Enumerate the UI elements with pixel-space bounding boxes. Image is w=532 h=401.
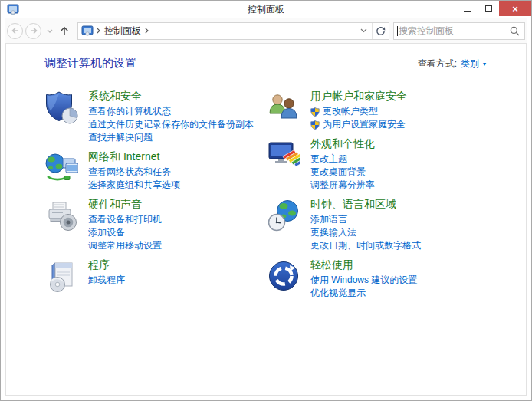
category-clock-language-region: 时钟、语言和区域 添加语言 更换输入法 更改日期、时间或数字格式	[267, 197, 518, 252]
user-accounts-icon[interactable]	[267, 90, 300, 124]
clock-region-icon[interactable]	[267, 199, 300, 232]
link-uninstall-program[interactable]: 卸载程序	[88, 274, 125, 287]
breadcrumb: 控制面板	[78, 25, 355, 38]
breadcrumb-chevron-icon	[97, 28, 100, 34]
left-column: 系统和安全 查看你的计算机状态 通过文件历史记录保存你的文件备份副本 查找并解决…	[44, 89, 267, 305]
main-content: 调整计算机的设置 查看方式: 类别 ▾	[5, 43, 527, 396]
refresh-icon	[376, 26, 386, 36]
personalization-icon[interactable]	[267, 138, 300, 172]
chevron-down-icon	[47, 29, 53, 33]
link-label: 更改帐户类型	[323, 105, 378, 118]
link-network-status-tasks[interactable]: 查看网络状态和任务	[88, 166, 180, 179]
caption-buttons: ×	[456, 1, 531, 16]
view-by-label: 查看方式:	[418, 58, 457, 71]
titlebar: 控制面板 ×	[5, 1, 527, 18]
link-adjust-screen-resolution[interactable]: 调整屏幕分辨率	[310, 179, 375, 192]
refresh-button[interactable]	[372, 23, 389, 39]
category-grid: 系统和安全 查看你的计算机状态 通过文件历史记录保存你的文件备份副本 查找并解决…	[6, 71, 526, 305]
category-title-clock-language-region[interactable]: 时钟、语言和区域	[310, 197, 421, 212]
back-arrow-icon	[10, 25, 21, 36]
forward-button[interactable]	[25, 23, 41, 39]
link-mobility-settings[interactable]: 调整常用移动设置	[88, 239, 162, 252]
breadcrumb-item-control-panel[interactable]: 控制面板	[103, 25, 142, 38]
printer-speaker-icon[interactable]	[44, 199, 78, 232]
link-set-family-safety[interactable]: 为用户设置家庭安全	[310, 118, 407, 131]
software-box-icon[interactable]	[44, 259, 78, 293]
view-by-dropdown-icon[interactable]: ▾	[483, 61, 486, 67]
link-change-input-method[interactable]: 更换输入法	[310, 226, 421, 239]
uac-shield-icon	[310, 107, 320, 117]
close-button[interactable]: ×	[499, 1, 531, 16]
link-homegroup-sharing[interactable]: 选择家庭组和共享选项	[88, 179, 180, 192]
control-panel-window: 控制面板 × 控制面板	[0, 0, 532, 401]
category-system-and-security: 系统和安全 查看你的计算机状态 通过文件历史记录保存你的文件备份副本 查找并解决…	[44, 89, 267, 144]
control-panel-icon	[81, 25, 94, 37]
category-network-and-internet: 网络和 Internet 查看网络状态和任务 选择家庭组和共享选项	[44, 150, 267, 192]
link-suggested-settings[interactable]: 使用 Windows 建议的设置	[310, 274, 417, 287]
category-title-appearance[interactable]: 外观和个性化	[310, 136, 375, 151]
forward-arrow-icon	[28, 25, 39, 36]
category-ease-of-access: 轻松使用 使用 Windows 建议的设置 优化视觉显示	[267, 258, 518, 300]
maximize-button[interactable]	[478, 1, 499, 16]
uac-shield-icon	[310, 120, 320, 130]
page-title: 调整计算机的设置	[44, 56, 136, 71]
link-devices-printers[interactable]: 查看设备和打印机	[88, 213, 162, 226]
recent-pages-dropdown[interactable]	[47, 29, 53, 33]
window-title: 控制面板	[5, 3, 527, 16]
search-icon[interactable]	[510, 26, 520, 36]
category-title-system-and-security[interactable]: 系统和安全	[88, 89, 254, 104]
category-title-hardware-and-sound[interactable]: 硬件和声音	[88, 197, 162, 212]
control-panel-app-icon[interactable]	[7, 3, 19, 15]
link-change-account-type[interactable]: 更改帐户类型	[310, 105, 407, 118]
link-change-date-time-formats[interactable]: 更改日期、时间或数字格式	[310, 239, 421, 252]
link-change-desktop-background[interactable]: 更改桌面背景	[310, 166, 375, 179]
link-add-language[interactable]: 添加语言	[310, 213, 421, 226]
category-hardware-and-sound: 硬件和声音 查看设备和打印机 添加设备 调整常用移动设置	[44, 197, 267, 252]
category-programs: 程序 卸载程序	[44, 258, 267, 293]
security-shield-icon[interactable]	[44, 90, 78, 124]
up-button[interactable]	[59, 25, 70, 37]
category-title-user-accounts[interactable]: 用户帐户和家庭安全	[310, 89, 407, 104]
minimize-button[interactable]	[456, 1, 478, 16]
ease-of-access-icon[interactable]	[267, 259, 300, 293]
category-user-accounts-family-safety: 用户帐户和家庭安全 更改帐户类型 为用户设置家庭安全	[267, 89, 518, 131]
link-file-history-backup[interactable]: 通过文件历史记录保存你的文件备份副本	[88, 118, 254, 131]
back-button[interactable]	[7, 23, 23, 39]
link-find-fix-problems[interactable]: 查找并解决问题	[88, 131, 254, 144]
right-column: 用户帐户和家庭安全 更改帐户类型 为用户设置家庭安全	[267, 89, 518, 305]
up-arrow-icon	[59, 25, 70, 37]
text-caret	[397, 26, 398, 36]
breadcrumb-chevron-icon	[145, 28, 149, 34]
link-view-computer-status[interactable]: 查看你的计算机状态	[88, 105, 254, 118]
search-box[interactable]	[393, 22, 525, 40]
category-title-programs[interactable]: 程序	[88, 258, 125, 272]
page-header: 调整计算机的设置 查看方式: 类别 ▾	[6, 44, 526, 71]
link-optimize-visual-display[interactable]: 优化视觉显示	[310, 287, 417, 300]
link-label: 为用户设置家庭安全	[323, 118, 406, 131]
link-change-theme[interactable]: 更改主题	[310, 153, 375, 166]
category-title-ease-of-access[interactable]: 轻松使用	[310, 258, 417, 272]
link-add-device[interactable]: 添加设备	[88, 226, 162, 239]
category-appearance-personalization: 外观和个性化 更改主题 更改桌面背景 调整屏幕分辨率	[267, 136, 518, 192]
search-input[interactable]	[399, 25, 508, 36]
address-bar[interactable]: 控制面板	[77, 22, 389, 40]
address-dropdown-button[interactable]	[355, 23, 372, 39]
view-by-control: 查看方式: 类别 ▾	[418, 58, 486, 71]
view-by-value-link[interactable]: 类别	[461, 58, 479, 71]
chevron-down-icon	[360, 28, 367, 33]
minimize-icon	[464, 11, 471, 12]
maximize-icon	[485, 5, 492, 12]
network-globe-icon[interactable]	[44, 151, 78, 185]
category-title-network-and-internet[interactable]: 网络和 Internet	[88, 150, 180, 164]
navigation-bar: 控制面板	[5, 18, 527, 43]
